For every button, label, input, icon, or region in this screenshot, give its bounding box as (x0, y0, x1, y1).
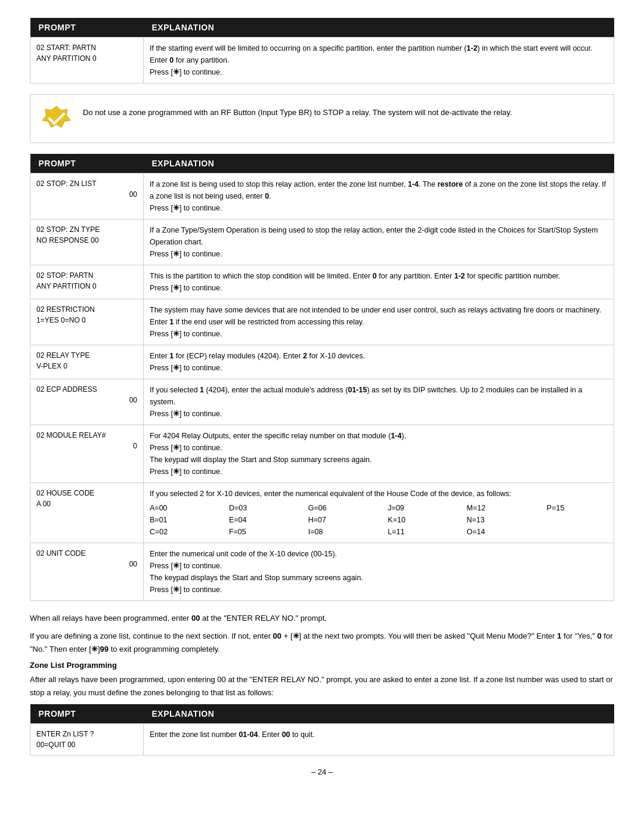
svg-marker-0 (42, 106, 71, 128)
prompt-line2: 00=QUIT 00 (36, 739, 137, 750)
grid-cell: H=07 (308, 514, 370, 526)
prompt-line: 02 RELAY TYPE (36, 350, 137, 361)
bottom-para-2: If you are defining a zone list, continu… (30, 630, 614, 656)
checkmark-icon (41, 103, 72, 134)
explanation-restriction: The system may have some devices that ar… (144, 299, 614, 345)
prompt-line2: NO RESPONSE 00 (36, 235, 137, 246)
prompt-value: 00 (36, 189, 137, 200)
prompt-line: ENTER Zn LIST ? (36, 729, 137, 739)
grid-cell: B=01 (150, 514, 211, 526)
prompt-stop-zntype: 02 STOP: ZN TYPE NO RESPONSE 00 (30, 219, 144, 265)
house-code-intro: If you selected 2 for X-10 devices, ente… (150, 490, 512, 498)
grid-cell: I=08 (308, 526, 370, 538)
table-row: 02 MODULE RELAY# 0 For 4204 Relay Output… (30, 425, 614, 483)
explanation-header-2: EXPLANATION (144, 154, 614, 174)
prompt-header-2: PROMPT (30, 154, 144, 174)
explanation-enter-zn-list: Enter the zone list number 01-04. Enter … (144, 724, 614, 755)
prompt-restriction: 02 RESTRICTION 1=YES 0=NO 0 (30, 299, 144, 345)
grid-cell (547, 526, 608, 538)
table-row: 02 HOUSE CODE A 00 If you selected 2 for… (30, 483, 614, 543)
prompt-stop-znlist: 02 STOP: ZN LIST 00 (30, 174, 144, 219)
grid-cell: M=12 (467, 502, 529, 514)
note-text: Do not use a zone programmed with an RF … (83, 103, 512, 119)
grid-cell: L=11 (388, 526, 448, 538)
explanation-header-3: EXPLANATION (144, 704, 614, 724)
explanation-module-relay: For 4204 Relay Outputs, enter the specif… (144, 425, 614, 483)
prompt-line1: 02 START: PARTN (36, 42, 137, 53)
prompt-value: 00 (36, 559, 137, 569)
table-row: 02 STOP: PARTN ANY PARTITION 0 This is t… (30, 265, 614, 299)
zone-list-heading: Zone List Programming (30, 661, 614, 670)
grid-cell: K=10 (388, 514, 448, 526)
prompt-unit-code: 02 UNIT CODE 00 (30, 543, 144, 601)
grid-cell: C=02 (150, 526, 211, 538)
table-row: 02 UNIT CODE 00 Enter the numerical unit… (30, 543, 614, 601)
grid-cell: N=13 (467, 514, 529, 526)
prompt-line2: ANY PARTITION 0 (36, 53, 137, 64)
table-start-partn: PROMPT EXPLANATION 02 START: PARTN ANY P… (30, 18, 614, 83)
grid-cell: O=14 (467, 526, 529, 538)
explanation-relay-type: Enter 1 for (ECP) relay modules (4204). … (144, 345, 614, 379)
prompt-line2: A 00 (36, 498, 137, 509)
prompt-line: 02 MODULE RELAY# (36, 430, 137, 441)
grid-cell: J=09 (388, 502, 448, 514)
page-number: – 24 – (30, 767, 614, 776)
prompt-line: 02 STOP: ZN TYPE (36, 224, 137, 235)
table-row: 02 STOP: ZN LIST 00 If a zone list is be… (30, 174, 614, 219)
house-code-grid: A=00 D=03 G=06 J=09 M=12 P=15 B=01 E=04 … (150, 502, 608, 538)
table-zone-list: PROMPT EXPLANATION ENTER Zn LIST ? 00=QU… (30, 704, 614, 755)
prompt-line: 02 STOP: PARTN (36, 270, 137, 281)
table-row: 02 RELAY TYPE V-PLEX 0 Enter 1 for (ECP)… (30, 345, 614, 379)
prompt-line: 02 STOP: ZN LIST (36, 178, 137, 189)
explanation-house-code: If you selected 2 for X-10 devices, ente… (144, 483, 614, 543)
explanation-unit-code: Enter the numerical unit code of the X-1… (144, 543, 614, 601)
prompt-value: 00 (36, 395, 137, 405)
table-row: 02 START: PARTN ANY PARTITION 0 If the s… (30, 38, 614, 83)
prompt-stop-partn: 02 STOP: PARTN ANY PARTITION 0 (30, 265, 144, 299)
prompt-relay-type: 02 RELAY TYPE V-PLEX 0 (30, 345, 144, 379)
table-row: 02 STOP: ZN TYPE NO RESPONSE 00 If a Zon… (30, 219, 614, 265)
prompt-ecp-address: 02 ECP ADDRESS 00 (30, 379, 144, 425)
table-row: ENTER Zn LIST ? 00=QUIT 00 Enter the zon… (30, 724, 614, 755)
zone-list-text: After all relays have been programmed, u… (30, 673, 614, 699)
explanation-stop-partn: This is the partition to which the stop … (144, 265, 614, 299)
explanation-ecp-address: If you selected 1 (4204), enter the actu… (144, 379, 614, 425)
grid-cell: E=04 (229, 514, 290, 526)
explanation-stop-zntype: If a Zone Type/System Operation is being… (144, 219, 614, 265)
prompt-header-3: PROMPT (30, 704, 144, 724)
prompt-enter-zn-list: ENTER Zn LIST ? 00=QUIT 00 (30, 724, 144, 755)
explanation-cell: If the starting event will be limited to… (144, 38, 614, 83)
prompt-cell: 02 START: PARTN ANY PARTITION 0 (30, 38, 144, 83)
explanation-header-1: EXPLANATION (144, 18, 614, 38)
prompt-line: 02 RESTRICTION (36, 304, 137, 315)
grid-cell: A=00 (150, 502, 211, 514)
explanation-stop-znlist: If a zone list is being used to stop thi… (144, 174, 614, 219)
bottom-para-1: When all relays have been programmed, en… (30, 612, 614, 625)
grid-cell: P=15 (547, 502, 608, 514)
table-row: 02 ECP ADDRESS 00 If you selected 1 (420… (30, 379, 614, 425)
prompt-header-1: PROMPT (30, 18, 144, 38)
prompt-line2: V-PLEX 0 (36, 361, 137, 371)
prompt-line2: 1=YES 0=NO 0 (36, 315, 137, 326)
prompt-line: 02 UNIT CODE (36, 548, 137, 559)
grid-cell: G=06 (308, 502, 370, 514)
prompt-value: 0 (36, 441, 137, 451)
prompt-line2: ANY PARTITION 0 (36, 281, 137, 292)
table-row: 02 RESTRICTION 1=YES 0=NO 0 The system m… (30, 299, 614, 345)
grid-cell: D=03 (229, 502, 290, 514)
grid-cell (547, 514, 608, 526)
prompt-house-code: 02 HOUSE CODE A 00 (30, 483, 144, 543)
note-box: Do not use a zone programmed with an RF … (30, 94, 614, 143)
prompt-line: 02 ECP ADDRESS (36, 384, 137, 395)
table-stop-relay: PROMPT EXPLANATION 02 STOP: ZN LIST 00 I… (30, 154, 614, 601)
prompt-line: 02 HOUSE CODE (36, 488, 137, 498)
grid-cell: F=05 (229, 526, 290, 538)
prompt-module-relay: 02 MODULE RELAY# 0 (30, 425, 144, 483)
